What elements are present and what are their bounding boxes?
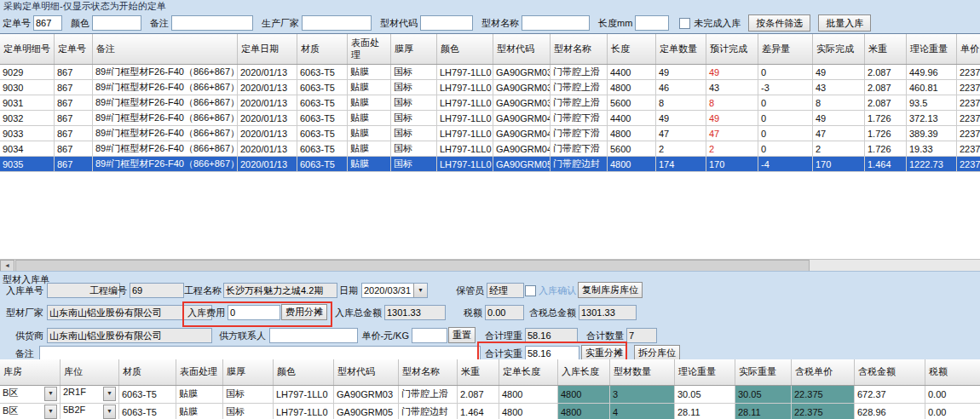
- manufacturer-input[interactable]: [302, 15, 372, 31]
- cell[interactable]: 2020/01/13: [238, 126, 297, 141]
- column-header[interactable]: 材质: [297, 34, 348, 65]
- column-header[interactable]: 实际完成: [813, 34, 865, 65]
- unfinished-checkbox[interactable]: [679, 18, 690, 29]
- cell[interactable]: 22.375: [792, 403, 855, 419]
- cell[interactable]: 6063-T5: [297, 126, 348, 141]
- cell[interactable]: 2.087: [458, 385, 499, 403]
- tax-field[interactable]: [485, 305, 524, 320]
- column-header[interactable]: 库位: [61, 359, 119, 385]
- cell[interactable]: 门带腔上滑: [551, 65, 608, 80]
- cell[interactable]: 国标: [391, 111, 437, 126]
- column-header[interactable]: 型材代码: [334, 359, 399, 385]
- column-header[interactable]: 库房: [0, 359, 61, 385]
- cell[interactable]: 49: [813, 111, 865, 126]
- dropdown-arrow-icon[interactable]: ▼: [44, 405, 57, 419]
- table-row[interactable]: 903286789#门框型材F26-F40（866+867）2020/01/13…: [0, 111, 980, 126]
- cell[interactable]: 460.81: [907, 80, 957, 95]
- cell[interactable]: LH797-1LL0: [437, 80, 493, 95]
- total-with-tax-field[interactable]: [579, 305, 637, 320]
- cell[interactable]: 2020/01/13: [238, 157, 297, 172]
- cell[interactable]: GA90GRM04: [493, 111, 551, 126]
- cell[interactable]: 9031: [0, 95, 55, 111]
- scroll-left-button[interactable]: ◄: [0, 260, 14, 272]
- dropdown-arrow-icon[interactable]: ▼: [103, 387, 116, 401]
- cell[interactable]: 22375: [957, 111, 980, 126]
- cell[interactable]: 867: [55, 65, 93, 80]
- cell[interactable]: 449.96: [907, 65, 957, 80]
- cell[interactable]: 贴膜: [348, 80, 391, 95]
- cell[interactable]: LH797-1LL0: [274, 385, 334, 403]
- cell[interactable]: 0: [758, 95, 813, 111]
- cell[interactable]: 22375: [957, 141, 980, 157]
- column-header[interactable]: 膜厚: [223, 359, 274, 385]
- cell[interactable]: 2.087: [865, 65, 907, 80]
- cell[interactable]: GA90GRM05: [334, 403, 399, 419]
- project-name-field[interactable]: [223, 283, 337, 298]
- cell[interactable]: 867: [55, 141, 93, 157]
- cell[interactable]: LH797-1LL0: [274, 403, 334, 419]
- cell[interactable]: 867: [55, 111, 93, 126]
- column-header[interactable]: 长度: [608, 34, 656, 65]
- cell[interactable]: 22375: [957, 126, 980, 141]
- cell[interactable]: 6063-T5: [119, 403, 176, 419]
- cell[interactable]: 4: [610, 403, 675, 419]
- cell[interactable]: 9032: [0, 111, 55, 126]
- remark-input[interactable]: [171, 15, 253, 31]
- column-header[interactable]: 米重: [458, 359, 499, 385]
- cell[interactable]: 22375: [957, 157, 980, 172]
- column-header[interactable]: 入库长度: [558, 359, 610, 385]
- cell[interactable]: 867: [55, 126, 93, 141]
- cell[interactable]: 2: [813, 141, 865, 157]
- cell[interactable]: 0.00: [925, 403, 980, 419]
- cell[interactable]: 9035: [0, 157, 55, 172]
- cell[interactable]: GA90GRM03: [334, 385, 399, 403]
- column-header[interactable]: 差异量: [758, 34, 813, 65]
- column-header[interactable]: 实际重量: [735, 359, 792, 385]
- cell[interactable]: 0.00: [925, 385, 980, 403]
- cell[interactable]: 8: [813, 95, 865, 111]
- cell[interactable]: 43: [813, 80, 865, 95]
- cell[interactable]: 43: [706, 80, 758, 95]
- cell[interactable]: 89#门框型材F26-F40（866+867）: [93, 65, 238, 80]
- cell[interactable]: 389.39: [907, 126, 957, 141]
- cell[interactable]: 贴膜: [176, 403, 223, 419]
- cell[interactable]: 1.726: [865, 126, 907, 141]
- cell[interactable]: 93.5: [907, 95, 957, 111]
- cell[interactable]: LH797-1LL0: [437, 95, 493, 111]
- length-input[interactable]: [635, 15, 669, 31]
- cell[interactable]: 4800: [499, 403, 558, 419]
- cell[interactable]: 1.726: [865, 141, 907, 157]
- cell[interactable]: 46: [656, 80, 706, 95]
- cell[interactable]: -4: [758, 157, 813, 172]
- table-row[interactable]: 903386789#门框型材F26-F40（866+867）2020/01/13…: [0, 126, 980, 141]
- cell[interactable]: 6063-T5: [297, 157, 348, 172]
- total-theory-field[interactable]: [525, 328, 578, 343]
- cell[interactable]: 49: [656, 111, 706, 126]
- profile-code-input[interactable]: [420, 15, 473, 31]
- cell[interactable]: 2020/01/13: [238, 141, 297, 157]
- table-row[interactable]: 903586789#门框型材F26-F40（866+867）2020/01/13…: [0, 157, 980, 172]
- dropdown-arrow-icon[interactable]: ▼: [44, 387, 57, 401]
- cell[interactable]: 2.087: [865, 80, 907, 95]
- cell[interactable]: 28.11: [735, 403, 792, 419]
- cell[interactable]: 4800: [558, 385, 610, 403]
- column-header[interactable]: 理论重量: [675, 359, 735, 385]
- cell[interactable]: 89#门框型材F26-F40（866+867）: [93, 126, 238, 141]
- column-header[interactable]: 表面处理: [176, 359, 223, 385]
- column-header[interactable]: 预计完成: [706, 34, 758, 65]
- cell[interactable]: 2020/01/13: [238, 65, 297, 80]
- column-header[interactable]: 表面处理: [348, 34, 391, 65]
- column-header[interactable]: 单价: [957, 34, 980, 65]
- cell[interactable]: 2R1F▼: [61, 385, 119, 403]
- total-amount-field[interactable]: [384, 305, 446, 320]
- cell[interactable]: 国标: [391, 141, 437, 157]
- cell[interactable]: 6063-T5: [297, 80, 348, 95]
- cell[interactable]: 49: [656, 65, 706, 80]
- cell[interactable]: 6063-T5: [119, 385, 176, 403]
- total-qty-field[interactable]: [626, 328, 657, 343]
- column-header[interactable]: 含税金额: [855, 359, 925, 385]
- column-header[interactable]: 米重: [865, 34, 907, 65]
- cell[interactable]: 6063-T5: [297, 65, 348, 80]
- column-header[interactable]: 备注: [93, 34, 238, 65]
- order-no-input[interactable]: [33, 15, 62, 31]
